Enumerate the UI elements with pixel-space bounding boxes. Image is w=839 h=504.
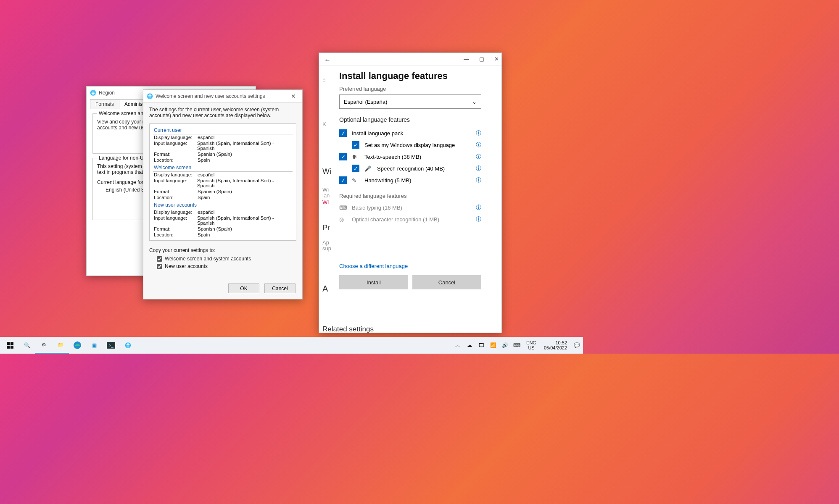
cancel-button[interactable]: Cancel: [264, 284, 295, 293]
welcome-titlebar[interactable]: 🌐 Welcome screen and new user accounts s…: [143, 90, 302, 102]
ime-icon[interactable]: ⌨: [512, 342, 521, 348]
chevron-down-icon: ⌄: [472, 99, 477, 105]
preferred-language-dropdown[interactable]: Español (España) ⌄: [339, 94, 481, 109]
feature-handwriting[interactable]: ✓ ✎ Handwriting (5 MB) ⓘ: [339, 174, 481, 186]
chk1-input[interactable]: [157, 256, 162, 262]
install-button[interactable]: Install: [339, 275, 408, 289]
checkbox-icon[interactable]: ✓: [339, 129, 347, 137]
feature-speech[interactable]: ✓ 🎤 Speech recognition (40 MB) ⓘ: [352, 163, 481, 174]
optional-features-title: Optional language features: [339, 116, 481, 123]
info-icon[interactable]: ⓘ: [476, 215, 481, 223]
feature-language-pack[interactable]: ✓ Install language pack ⓘ: [339, 127, 481, 139]
welcome-dialog: 🌐 Welcome screen and new user accounts s…: [143, 89, 303, 299]
svg-rect-0: [7, 342, 10, 345]
minimize-icon[interactable]: —: [464, 56, 469, 62]
chk2-input[interactable]: [157, 264, 162, 269]
keyboard-icon: ⌨: [339, 205, 347, 211]
info-icon[interactable]: ⓘ: [476, 204, 481, 211]
taskbar-store[interactable]: ▣: [86, 337, 103, 354]
checkbox-icon[interactable]: ✓: [339, 153, 347, 160]
checkbox-icon[interactable]: ✓: [339, 176, 347, 184]
taskbar-clock[interactable]: 10:52 05/04/2022: [541, 340, 570, 350]
taskbar: 🔍 ⚙ 📁 ▣ >_ 🌐 ︿ ☁ 🗔 📶 🔊 ⌨ ENG US 10:52 05…: [0, 337, 583, 354]
battery-icon[interactable]: 🗔: [477, 342, 486, 348]
checkbox-icon[interactable]: ✓: [352, 165, 359, 172]
onedrive-icon[interactable]: ☁: [465, 342, 474, 348]
settings-chrome: ← — ▢ ✕: [319, 53, 501, 66]
required-ocr: ◎ Optical character recognition (1 MB) ⓘ: [339, 213, 481, 225]
taskbar-terminal[interactable]: >_: [103, 337, 119, 354]
required-typing: ⌨ Basic typing (16 MB) ⓘ: [339, 202, 481, 213]
globe-icon: 🌐: [147, 93, 153, 99]
copy-label: Copy your current settings to:: [149, 247, 296, 253]
feature-display-language[interactable]: ✓ Set as my Windows display language ⓘ: [352, 139, 481, 151]
volume-icon[interactable]: 🔊: [500, 342, 509, 348]
info-icon[interactable]: ⓘ: [476, 141, 481, 149]
globe-icon: 🌐: [90, 90, 96, 96]
info-icon[interactable]: ⓘ: [476, 129, 481, 137]
search-button[interactable]: 🔍: [18, 337, 35, 354]
taskbar-language[interactable]: ENG US: [524, 340, 539, 350]
microphone-icon: 🎤: [364, 165, 372, 172]
checkbox-icon[interactable]: ✓: [352, 141, 359, 149]
back-icon[interactable]: ←: [324, 56, 331, 64]
welcome-title: Welcome screen and new user accounts set…: [156, 93, 265, 99]
info-icon[interactable]: ⓘ: [476, 165, 481, 172]
settings-heading: Install language features: [339, 67, 481, 86]
section-new-user: New user accounts: [153, 200, 293, 209]
svg-rect-3: [11, 346, 13, 349]
chk-welcome-screen[interactable]: Welcome screen and system accounts: [157, 255, 296, 262]
accounts-fieldset: Current user Display language:español In…: [149, 123, 296, 241]
speaker-icon: 🗣: [352, 154, 359, 160]
home-icon: ⌂: [322, 76, 326, 83]
tab-formats[interactable]: Formats: [90, 99, 119, 109]
taskbar-settings[interactable]: ⚙: [35, 337, 52, 354]
taskbar-explorer[interactable]: 📁: [52, 337, 69, 354]
info-icon[interactable]: ⓘ: [476, 153, 481, 160]
taskbar-browser[interactable]: 🌐: [119, 337, 136, 354]
settings-window: ← — ▢ ✕ ⌂ K Wi Wi lan Wi Pr Ap sup A Rel…: [319, 52, 502, 333]
pen-icon: ✎: [352, 177, 359, 184]
required-features-title: Required language features: [339, 193, 481, 199]
section-current-user: Current user: [153, 126, 293, 134]
close-icon[interactable]: ✕: [285, 93, 302, 100]
svg-rect-2: [7, 346, 10, 349]
close-icon[interactable]: ✕: [494, 56, 499, 62]
cancel-button[interactable]: Cancel: [412, 275, 481, 289]
section-welcome-screen: Welcome screen: [153, 163, 293, 172]
dropdown-value: Español (España): [344, 99, 387, 105]
choose-different-language-link[interactable]: Choose a different language: [339, 263, 481, 269]
chk-new-user[interactable]: New user accounts: [157, 262, 296, 270]
welcome-intro: The settings for the current user, welco…: [149, 107, 296, 120]
ok-button[interactable]: OK: [228, 284, 259, 293]
chevron-up-icon[interactable]: ︿: [453, 342, 462, 349]
action-center-icon[interactable]: 💬: [572, 342, 581, 348]
feature-tts[interactable]: ✓ 🗣 Text-to-speech (38 MB) ⓘ: [339, 151, 481, 163]
ocr-icon: ◎: [339, 216, 347, 223]
svg-rect-1: [11, 342, 13, 345]
wifi-icon[interactable]: 📶: [488, 342, 498, 348]
preferred-language-label: Preferred language: [339, 86, 481, 94]
taskbar-edge[interactable]: [69, 337, 86, 354]
maximize-icon[interactable]: ▢: [479, 56, 484, 62]
info-icon[interactable]: ⓘ: [476, 176, 481, 184]
region-title: Region: [99, 90, 115, 96]
start-button[interactable]: [2, 337, 18, 354]
